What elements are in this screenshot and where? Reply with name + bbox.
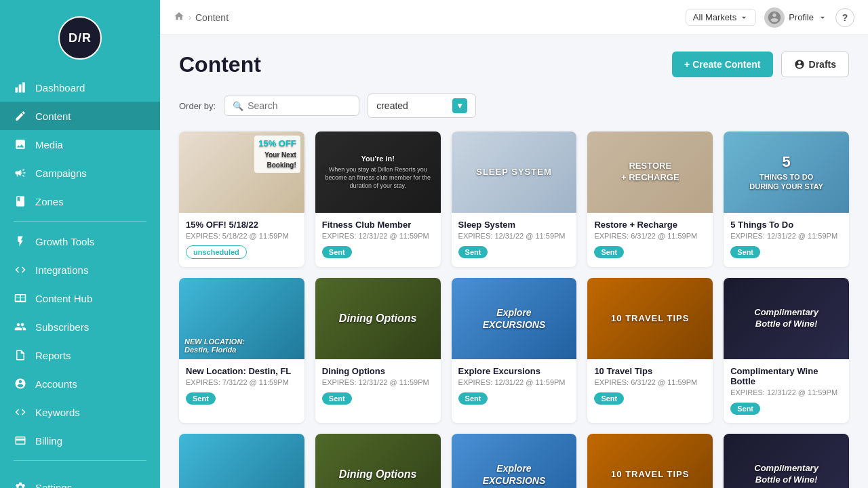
card-body-8: Explore Excursions EXPIRES: 12/31/22 @ 1… [452, 359, 577, 413]
card-title-8: Explore Excursions [458, 366, 570, 376]
avatar [764, 7, 785, 28]
gear-icon [14, 481, 27, 488]
topbar: › Content All Markets Profile ? [160, 0, 868, 35]
billing-icon [14, 434, 27, 447]
sidebar-item-label: Content Hub [35, 293, 92, 304]
svg-rect-1 [19, 85, 22, 93]
breadcrumb-current: Content [195, 12, 229, 23]
image-icon [14, 138, 27, 151]
card-image-9: 10 TRAVEL TIPS [587, 278, 713, 359]
card-image-2: You're in! When you stay at Dillon Resor… [315, 131, 441, 213]
sidebar-item-subscribers[interactable]: Subscribers [0, 312, 160, 341]
profile-label: Profile [789, 12, 814, 22]
toolbar: Order by: 🔍 created ▼ [179, 94, 849, 118]
card-overlay-1: 15% OFFYour NextBooking! [254, 136, 300, 173]
card-image-11: NEW LOCATION:Destin, Florida [179, 434, 304, 488]
card-overlay-12: Dining Options [321, 468, 434, 482]
nav-divider-2 [14, 460, 146, 461]
page-title: Content [179, 52, 261, 77]
sidebar-item-label: Accounts [35, 378, 77, 390]
card-image-7: Dining Options [315, 278, 441, 359]
search-box[interactable]: 🔍 [224, 96, 359, 116]
card-body-9: 10 Travel Tips EXPIRES: 6/31/22 @ 11:59P… [587, 359, 713, 413]
sidebar-item-label: Integrations [35, 264, 88, 276]
content-card-14[interactable]: 10 TRAVEL TIPS [587, 434, 713, 488]
file-icon [14, 348, 27, 362]
search-input[interactable] [248, 100, 351, 111]
card-body-4: Restore + Recharge EXPIRES: 6/31/22 @ 11… [587, 213, 713, 266]
sidebar-item-content[interactable]: Content [0, 102, 160, 130]
content-card-12[interactable]: Dining Options [315, 434, 441, 488]
content-card-7[interactable]: Dining Options Dining Options EXPIRES: 1… [315, 278, 441, 423]
sidebar-item-settings[interactable]: Settings [0, 473, 160, 488]
topbar-right: All Markets Profile ? [686, 7, 854, 28]
code-icon [14, 263, 27, 277]
home-icon[interactable] [174, 11, 184, 24]
card-image-14: 10 TRAVEL TIPS [587, 434, 713, 488]
content-card-6[interactable]: NEW LOCATION:Destin, Florida New Locatio… [179, 278, 304, 423]
sidebar-item-keywords[interactable]: Keywords [0, 398, 160, 426]
content-card-5[interactable]: 5THINGS TO DODURING YOUR STAY 5 Things T… [724, 131, 849, 267]
sidebar-item-label: Zones [35, 196, 64, 207]
users-icon [14, 320, 27, 333]
main-area: › Content All Markets Profile ? Content [160, 0, 868, 488]
card-title-7: Dining Options [322, 366, 434, 376]
sidebar-item-label: Keywords [35, 407, 80, 418]
content-card-3[interactable]: SLEEP SYSTEM Sleep System EXPIRES: 12/31… [452, 131, 577, 267]
svg-rect-0 [16, 87, 18, 93]
header-actions: + Create Content Drafts [672, 52, 849, 77]
card-overlay-13: ExploreEXCURSIONS [458, 462, 570, 487]
sidebar-item-media[interactable]: Media [0, 130, 160, 159]
content-card-2[interactable]: You're in! When you stay at Dillon Resor… [315, 131, 441, 267]
content-card-10[interactable]: ComplimentaryBottle of Wine! Complimenta… [724, 278, 849, 423]
content-card-13[interactable]: ExploreEXCURSIONS [452, 434, 577, 488]
card-badge-4: Sent [594, 246, 624, 258]
card-overlay-7: Dining Options [321, 312, 434, 326]
card-title-2: Fitness Club Member [322, 220, 434, 230]
order-select-value: created [376, 100, 408, 111]
sidebar-item-growth-tools[interactable]: Growth Tools [0, 227, 160, 256]
market-selector[interactable]: All Markets [686, 9, 756, 26]
sidebar-item-integrations[interactable]: Integrations [0, 256, 160, 284]
content-card-4[interactable]: RESTORE+ RECHARGE Restore + Recharge EXP… [587, 131, 713, 267]
tablet-icon [14, 291, 27, 305]
content-card-11[interactable]: NEW LOCATION:Destin, Florida [179, 434, 304, 488]
content-card-15[interactable]: ComplimentaryBottle of Wine! [724, 434, 849, 488]
profile-button[interactable]: Profile [764, 7, 827, 28]
card-badge-6: Sent [186, 392, 216, 405]
content-card-9[interactable]: 10 TRAVEL TIPS 10 Travel Tips EXPIRES: 6… [587, 278, 713, 423]
content-card-1[interactable]: 15% OFFYour NextBooking! 15% OFF! 5/18/2… [179, 131, 304, 267]
logo-text: D/R [68, 31, 92, 45]
code2-icon [14, 405, 27, 419]
sidebar-item-zones[interactable]: Zones [0, 187, 160, 216]
card-image-12: Dining Options [315, 434, 441, 488]
card-overlay-15: ComplimentaryBottle of Wine! [730, 463, 842, 486]
sidebar: D/R Dashboard Content Media [0, 0, 160, 488]
market-selector-label: All Markets [693, 12, 736, 22]
drafts-label: Drafts [809, 59, 836, 70]
sidebar-item-accounts[interactable]: Accounts [0, 369, 160, 398]
chart-icon [14, 81, 27, 94]
sidebar-item-content-hub[interactable]: Content Hub [0, 284, 160, 312]
drafts-button[interactable]: Drafts [781, 52, 849, 77]
order-select[interactable]: created ▼ [368, 94, 476, 118]
card-body-6: New Location: Destin, FL EXPIRES: 7/31/2… [179, 359, 304, 413]
card-badge-5: Sent [730, 246, 760, 258]
card-title-3: Sleep System [458, 220, 570, 230]
create-content-button[interactable]: + Create Content [672, 52, 772, 77]
sidebar-item-label: Media [35, 139, 63, 150]
sidebar-nav: Dashboard Content Media Campaigns [0, 73, 160, 488]
card-overlay-4: RESTORE+ RECHARGE [594, 161, 707, 184]
sidebar-item-billing[interactable]: Billing [0, 426, 160, 455]
content-card-8[interactable]: ExploreEXCURSIONS Explore Excursions EXP… [452, 278, 577, 423]
sidebar-item-reports[interactable]: Reports [0, 341, 160, 369]
sidebar-item-dashboard[interactable]: Dashboard [0, 73, 160, 102]
sidebar-item-campaigns[interactable]: Campaigns [0, 159, 160, 187]
help-button[interactable]: ? [835, 8, 854, 27]
logo-circle: D/R [58, 16, 102, 60]
pencil-icon [14, 109, 27, 123]
card-overlay-6: NEW LOCATION:Destin, Florida [184, 338, 245, 354]
card-overlay-5: 5THINGS TO DODURING YOUR STAY [730, 152, 842, 191]
card-badge-3: Sent [458, 246, 488, 258]
content-area: Content + Create Content Drafts Order by… [160, 35, 868, 488]
